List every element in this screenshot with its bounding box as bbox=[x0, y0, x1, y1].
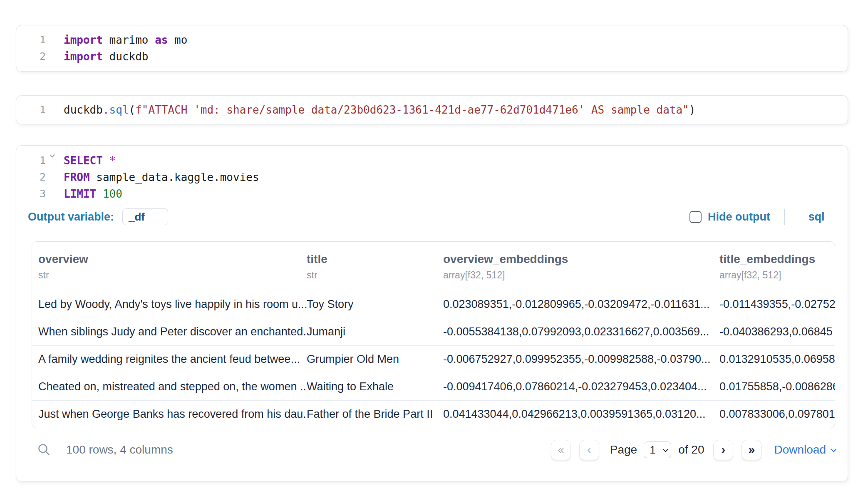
hide-output-toggle[interactable]: Hide output bbox=[689, 211, 770, 223]
operator-token: * bbox=[103, 154, 116, 167]
cell-title: Father of the Bride Part II bbox=[307, 408, 443, 421]
code-editor-sql[interactable]: SELECT * FROM sample_data.kaggle.movies … bbox=[56, 152, 848, 202]
cell-overview-embeddings: 0.041433044,0.042966213,0.0039591365,0.0… bbox=[443, 408, 719, 421]
page-number-value: 1 bbox=[650, 444, 655, 456]
output-variable-label: Output variable: bbox=[28, 211, 114, 223]
pagination: « ‹ Page 1 of 20 › » Download bbox=[551, 440, 835, 460]
code-line: duckdb.sql(f"ATTACH 'md:_share/sample_da… bbox=[64, 102, 848, 118]
cell-overview: A family wedding reignites the ancient f… bbox=[32, 353, 307, 366]
string-token: "ATTACH 'md:_share/sample_data/23b0d623-… bbox=[142, 104, 689, 116]
cell-title: Waiting to Exhale bbox=[307, 380, 443, 393]
code-token: ) bbox=[689, 104, 696, 116]
row-summary: 100 rows, 4 columns bbox=[66, 443, 173, 456]
line-number: 1 bbox=[16, 102, 46, 118]
keyword-token: as bbox=[155, 34, 168, 46]
chevron-down-icon bbox=[831, 446, 836, 452]
keyword-token: import bbox=[64, 34, 103, 46]
code-token: duckdb bbox=[103, 50, 149, 63]
line-number-text: 1 bbox=[40, 154, 46, 166]
sql-cell: 1 2 3 SELECT * FROM sample_data.kaggle.m… bbox=[16, 145, 848, 482]
code-cell-attach: 1 duckdb.sql(f"ATTACH 'md:_share/sample_… bbox=[16, 95, 848, 124]
column-header-overview-embeddings[interactable]: overview_embeddings array[f32, 512] bbox=[443, 253, 719, 280]
keyword-token: FROM bbox=[64, 171, 90, 184]
column-header-title[interactable]: title str bbox=[307, 253, 443, 280]
cell-overview-embeddings: -0.0055384138,0.07992093,0.023316627,0.0… bbox=[443, 325, 719, 338]
cell-overview-embeddings: 0.023089351,-0.012809965,-0.03209472,-0.… bbox=[443, 298, 719, 311]
download-label: Download bbox=[774, 443, 826, 456]
cell-overview-embeddings: -0.009417406,0.07860214,-0.023279453,0.0… bbox=[443, 380, 719, 393]
code-token: ( bbox=[129, 104, 136, 116]
cell-title-embeddings: 0.01755858,-0.0086286 bbox=[719, 380, 835, 393]
fstring-prefix-token: f bbox=[135, 104, 142, 116]
table-row: Led by Woody, Andy's toys live happily i… bbox=[32, 290, 835, 318]
keyword-token: LIMIT bbox=[64, 188, 96, 200]
output-variable-input[interactable]: _df bbox=[122, 208, 168, 225]
last-page-button[interactable]: » bbox=[742, 440, 761, 460]
cell-title-embeddings: -0.011439355,-0.02752 bbox=[719, 298, 835, 311]
double-chevron-left-icon: « bbox=[558, 444, 564, 456]
cell-title: Jumanji bbox=[307, 325, 443, 338]
cell-title: Grumpier Old Men bbox=[307, 353, 443, 366]
line-number: 2 bbox=[16, 169, 46, 186]
code-editor-attach[interactable]: duckdb.sql(f"ATTACH 'md:_share/sample_da… bbox=[56, 102, 848, 118]
code-editor-imports[interactable]: import marimo as mo import duckdb bbox=[56, 32, 848, 65]
cell-overview: Just when George Banks has recovered fro… bbox=[32, 408, 307, 421]
line-number-gutter: 1 2 bbox=[16, 32, 56, 65]
table-row: A family wedding reignites the ancient f… bbox=[32, 345, 835, 373]
column-name: title_embeddings bbox=[719, 253, 835, 266]
line-number: 3 bbox=[16, 186, 46, 202]
table-footer: 100 rows, 4 columns « ‹ Page 1 of 20 › »… bbox=[16, 428, 848, 481]
page-label: Page bbox=[610, 443, 637, 456]
download-button[interactable]: Download bbox=[774, 443, 835, 456]
hide-output-label[interactable]: Hide output bbox=[708, 211, 770, 223]
code-line: import duckdb bbox=[64, 48, 848, 65]
cell-overview: When siblings Judy and Peter discover an… bbox=[32, 325, 307, 338]
cell-title-embeddings: 0.007833006,0.097801 bbox=[719, 408, 835, 421]
line-number: 1 bbox=[16, 152, 46, 169]
table-row: When siblings Judy and Peter discover an… bbox=[32, 318, 835, 345]
chevron-left-icon: ‹ bbox=[587, 444, 591, 456]
code-token: marimo bbox=[103, 34, 155, 46]
language-badge-sql[interactable]: sql bbox=[785, 211, 848, 223]
column-name: overview bbox=[38, 253, 307, 266]
code-line: SELECT * bbox=[64, 152, 848, 169]
column-type: array[f32, 512] bbox=[443, 270, 719, 280]
number-token: 100 bbox=[96, 188, 122, 200]
column-header-overview[interactable]: overview str bbox=[32, 253, 307, 280]
cell-overview: Cheated on, mistreated and stepped on, t… bbox=[32, 380, 307, 393]
line-number: 1 bbox=[16, 32, 46, 48]
result-table: overview str title str overview_embeddin… bbox=[32, 241, 835, 428]
cell-title-embeddings: -0.040386293,0.06845 bbox=[719, 325, 835, 338]
column-type: array[f32, 512] bbox=[719, 270, 835, 280]
search-icon[interactable] bbox=[37, 443, 51, 457]
cell-overview-embeddings: -0.006752927,0.099952355,-0.009982588,-0… bbox=[443, 353, 719, 366]
sql-cell-footer: Output variable: _df Hide output sql bbox=[16, 205, 848, 229]
table-header-row: overview str title str overview_embeddin… bbox=[32, 242, 835, 290]
keyword-token: SELECT bbox=[64, 154, 103, 167]
column-type: str bbox=[307, 270, 443, 280]
hide-output-checkbox[interactable] bbox=[689, 211, 702, 223]
column-name: overview_embeddings bbox=[443, 253, 719, 266]
code-token: sample_data.kaggle.movies bbox=[90, 171, 259, 184]
keyword-token: import bbox=[64, 50, 103, 63]
first-page-button[interactable]: « bbox=[551, 440, 571, 460]
code-cell-imports: 1 2 import marimo as mo import duckdb bbox=[16, 25, 848, 72]
code-token: mo bbox=[168, 34, 187, 46]
code-line: FROM sample_data.kaggle.movies bbox=[64, 169, 848, 186]
cell-title-embeddings: 0.0132910535,0.06958 bbox=[719, 353, 835, 366]
function-token: sql bbox=[109, 104, 129, 116]
double-chevron-right-icon: » bbox=[749, 444, 755, 456]
page-number-select[interactable]: 1 bbox=[644, 441, 671, 458]
chevron-down-icon bbox=[663, 446, 669, 452]
column-header-title-embeddings[interactable]: title_embeddings array[f32, 512] bbox=[719, 253, 835, 280]
previous-page-button[interactable]: ‹ bbox=[579, 440, 599, 460]
next-page-button[interactable]: › bbox=[713, 440, 733, 460]
page-count-label: of 20 bbox=[678, 443, 704, 456]
cell-overview: Led by Woody, Andy's toys live happily i… bbox=[32, 298, 307, 311]
code-token: duckdb bbox=[64, 104, 103, 116]
table-row: Cheated on, mistreated and stepped on, t… bbox=[32, 373, 835, 400]
fold-chevron-icon[interactable] bbox=[50, 152, 55, 158]
line-number-gutter: 1 2 3 bbox=[16, 152, 56, 202]
column-name: title bbox=[307, 253, 443, 266]
line-number-gutter: 1 bbox=[16, 102, 56, 118]
